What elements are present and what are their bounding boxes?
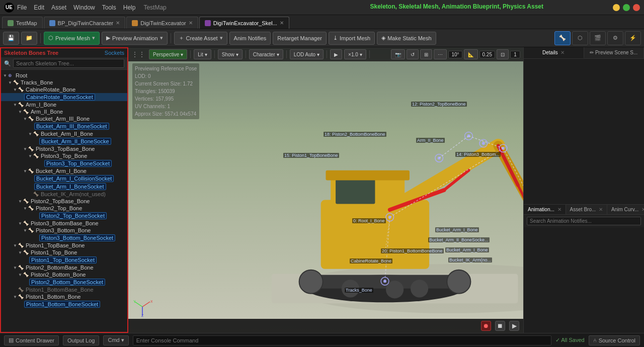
tree-item-bucket1[interactable]: ▼ 🦴 Bucket_Arm_I_Bone (1, 167, 127, 175)
tree-item-bucket1-socket[interactable]: ▶ Bucket_Arm_I_BoneSocket (1, 183, 127, 191)
tree-item-cabinerotate[interactable]: ▼ 🦴 CabineRotate_Bone (1, 86, 127, 93)
tree-item-piston2bottom-socket[interactable]: ▶ Piston2_Bottom_BoneSocket (1, 278, 127, 286)
source-control-button[interactable]: ⑃ Source Control (589, 335, 640, 345)
anim-tab-close[interactable]: ✕ (557, 207, 561, 212)
skeleton-search-input[interactable] (13, 59, 124, 68)
menu-window[interactable]: Window (73, 4, 95, 11)
tree-item-piston3topbase[interactable]: ▼ 🦴 Piston3_TopBase_Bone (1, 145, 127, 152)
skeleton-tree[interactable]: ▼ ⊕ Root ▼ 🦴 Tracks_Bone ▼ 🦴 CabineRotat… (1, 70, 127, 332)
anim-mode-button[interactable]: 🎬 (590, 31, 606, 45)
tab-skeletal[interactable]: DigiTwinExcavator_Skel... ✕ (199, 17, 289, 29)
menu-tools[interactable]: Tools (102, 4, 116, 11)
tree-item-piston3top-socket[interactable]: ▶ Piston3_Top_BoneSocket (1, 159, 127, 167)
tab-testmap[interactable]: TestMap (2, 17, 43, 29)
tab-close-skeletal[interactable]: ✕ (280, 20, 284, 26)
minimize-button[interactable] (613, 4, 620, 11)
tree-item-arm1[interactable]: ▼ 🦴 Arm_I_Bone (1, 101, 127, 108)
tree-item-piston1topbase[interactable]: ▼ 🦴 Piston1_TopBase_Bone (1, 242, 127, 249)
show-button[interactable]: Show ▾ (218, 49, 243, 59)
tab-excavator[interactable]: DigiTwinExcavator ✕ (126, 17, 198, 29)
details-tab-close[interactable]: ✕ (560, 50, 565, 55)
tree-item-piston1bottombase[interactable]: ▶ 🦴 Piston1_BottomBase_Bone (1, 286, 127, 293)
chevron-down-icon-3: ▾ (220, 35, 223, 41)
tree-item-cabinerotate-socket[interactable]: ▶ CabineRotate_BoneSocket (1, 93, 127, 101)
tree-item-arm2[interactable]: ▼ 🦴 Arm_II_Bone (1, 108, 127, 115)
tree-item-piston1bottom-socket[interactable]: ▶ Piston1_Bottom_BoneSocket (1, 300, 127, 308)
tree-item-piston2bottom[interactable]: ▼ 🦴 Piston2_Bottom_Bone (1, 271, 127, 278)
source-control-label: Source Control (599, 337, 635, 343)
content-drawer-button[interactable]: ▤ Content Drawer (4, 335, 59, 345)
grid-size-button[interactable]: ⊡ (497, 49, 509, 59)
make-static-mesh-button[interactable]: ◈ Make Static Mesh (377, 32, 436, 45)
rotate-icon-button[interactable]: ↺ (407, 49, 419, 59)
tree-item-piston1top[interactable]: ▼ 🦴 Piston1_Top_Bone (1, 249, 127, 256)
tree-item-piston1bottom[interactable]: ▼ 🦴 Piston1_Bottom_Bone (1, 293, 127, 300)
play-button[interactable]: ▶ (330, 49, 342, 59)
tree-item-bucket1-collsocket[interactable]: ▶ Bucket_Arm_I_CollisionSocket (1, 175, 127, 183)
animation-tab[interactable]: Animation... ✕ (524, 205, 566, 214)
anim-curves-close[interactable]: ✕ (641, 207, 644, 212)
output-log-button[interactable]: Output Log (63, 335, 99, 345)
tree-item-piston3bottombase[interactable]: ▼ 🦴 Piston3_BottomBase_Bone (1, 220, 127, 227)
tab-close-bp[interactable]: ✕ (116, 20, 120, 26)
snap-icon-button[interactable]: 📐 (464, 49, 478, 59)
tree-item-piston2bottombase[interactable]: ▼ 🦴 Piston2_BottomBase_Bone (1, 264, 127, 271)
tree-item-bucket3-socket[interactable]: ▶ Bucket_Arm_III_BoneSocket (1, 122, 127, 130)
import-icon: ⤓ (333, 35, 338, 41)
tree-item-piston1top-socket[interactable]: ▶ Piston1_Top_BoneSocket (1, 256, 127, 264)
tree-item-piston2top-socket[interactable]: ▶ Piston2_Top_BoneSocket (1, 212, 127, 220)
skeleton-mode-button[interactable]: 🦴 (554, 31, 571, 45)
more-options-button[interactable]: ⋯ (434, 49, 447, 59)
details-tab[interactable]: Details ✕ (524, 47, 584, 58)
anim-curves-tab[interactable]: Anim Curv... ✕ (607, 205, 644, 214)
character-button[interactable]: Character ▾ (249, 49, 283, 59)
tree-item-root[interactable]: ▼ ⊕ Root (1, 72, 127, 79)
tree-item-ik-arm[interactable]: ▶ 🦴 Bucket_IK_Arm(not_used) (1, 191, 127, 198)
tree-item-piston2top[interactable]: ▼ 🦴 Piston2_Top_Bone (1, 205, 127, 212)
anim-notifies-button[interactable]: Anim Notifies (229, 32, 271, 45)
play-speed-button[interactable]: ×1.0 ▾ (344, 49, 366, 59)
viewport[interactable]: 0: Root_I_Bone 20: Piston1_BottomBoneBon… (128, 47, 523, 333)
grid-toggle-button[interactable]: ⊞ (420, 49, 432, 59)
maximize-button[interactable] (623, 4, 630, 11)
menu-help[interactable]: Help (123, 4, 136, 11)
tree-item-piston2topbase[interactable]: ▼ 🦴 Piston2_TopBase_Bone (1, 198, 127, 205)
tree-item-bucket2-socket[interactable]: ▶ Bucket_Arm_II_BoneSocke (1, 137, 127, 145)
menu-edit[interactable]: Edit (34, 4, 44, 11)
tree-item-bucket2-bone[interactable]: ▼ 🦴 Bucket_Arm_II_Bone (1, 130, 127, 137)
preview-mesh-button[interactable]: ⬡ Preview Mesh ▾ (44, 32, 100, 45)
menu-asset[interactable]: Asset (51, 4, 66, 11)
close-button[interactable] (633, 4, 640, 11)
lod-button[interactable]: LOD Auto ▾ (290, 49, 324, 59)
preview-animation-button[interactable]: ▶ Preview Animation ▾ (102, 32, 168, 45)
console-input[interactable] (133, 335, 551, 345)
cmd-button[interactable]: Cmd ▾ (103, 335, 128, 345)
tree-item-piston3bottom[interactable]: ▼ 🦴 Piston3_Bottom_Bone (1, 227, 127, 234)
blend-mode-button[interactable]: ⚙ (607, 31, 623, 45)
socket-bucket1-coll: Bucket_Arm_I_CollisionSocket (34, 175, 114, 182)
anim-search-input[interactable] (527, 217, 641, 225)
tree-item-piston3bottom-socket[interactable]: ▶ Piston3_Bottom_BoneSocket (1, 234, 127, 242)
tree-item-bucket3[interactable]: ▼ 🦴 Bucket_Arm_III_Bone (1, 115, 127, 122)
retarget-manager-button[interactable]: Retarget Manager (273, 32, 327, 45)
menu-file[interactable]: File (17, 4, 27, 11)
lit-button[interactable]: Lit ▾ (194, 49, 211, 59)
play-forward-button[interactable]: ▶ (509, 321, 519, 331)
tree-item-piston3top[interactable]: ▼ 🦴 Piston3_Top_Bone (1, 152, 127, 159)
asset-browser-close[interactable]: ✕ (599, 207, 603, 212)
tree-item-tracks-bone[interactable]: ▼ 🦴 Tracks_Bone (1, 79, 127, 86)
import-mesh-button[interactable]: ⤓ Import Mesh (329, 32, 375, 45)
tab-bp[interactable]: BP_DigiTwinCharacter ✕ (44, 17, 126, 29)
stop-button[interactable]: ⏹ (495, 321, 505, 331)
physics-mode-button[interactable]: ⚡ (625, 31, 641, 45)
asset-browser-tab[interactable]: Asset Bro... ✕ (566, 205, 607, 214)
browse-button[interactable]: 📁 (21, 32, 37, 45)
camera-icon-button[interactable]: 📷 (391, 49, 405, 59)
preview-scene-tab[interactable]: ✏ Preview Scene S... (584, 47, 645, 58)
record-button[interactable]: ⏺ (481, 321, 491, 331)
tab-close-excavator[interactable]: ✕ (189, 20, 193, 26)
perspective-button[interactable]: Perspective ▾ (149, 49, 187, 59)
create-asset-button[interactable]: ＋ Create Asset ▾ (174, 32, 227, 45)
save-button[interactable]: 💾 (3, 32, 19, 45)
mesh-mode-button[interactable]: ⬡ (572, 31, 588, 45)
